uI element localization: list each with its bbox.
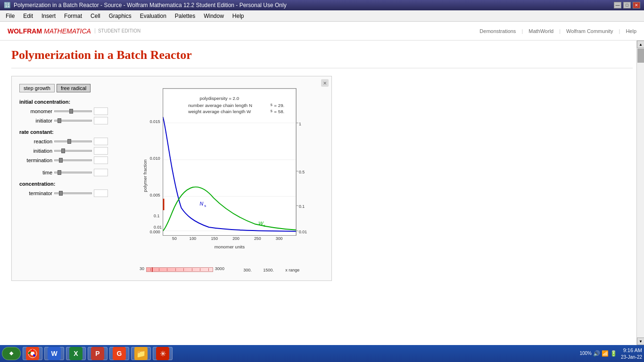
monomer-slider[interactable] (54, 110, 92, 112)
terminator-slider[interactable] (54, 192, 92, 194)
svg-text:s: s (204, 204, 206, 208)
taskbar: ❖ W X P G 📁 (0, 345, 644, 362)
reaction-slider[interactable] (54, 140, 92, 142)
scrollbar[interactable]: ▲ ▼ (636, 41, 644, 345)
scroll-down-button[interactable]: ▼ (637, 337, 644, 345)
chart-area: polydispersity = 2.0 number average chai… (131, 84, 324, 273)
sep2: | (559, 28, 561, 34)
reaction-row: reaction 0.5 (19, 138, 123, 145)
close-button[interactable]: ✕ (633, 2, 640, 8)
initiator-value[interactable]: 0.05 (94, 117, 108, 124)
termination-thumb[interactable] (59, 158, 63, 163)
minimize-button[interactable]: — (614, 2, 621, 8)
termination-slider[interactable] (54, 159, 92, 161)
chrome-button[interactable] (23, 347, 42, 360)
initial-concentration-label: initial concentration: (19, 99, 123, 105)
monomer-value[interactable]: 2.3 (94, 107, 108, 115)
svg-text:150: 150 (211, 236, 218, 241)
svg-text:s: s (271, 108, 273, 113)
titlebar: 🔢 Polymerization in a Batch Reactor - So… (0, 0, 644, 10)
menu-help[interactable]: Help (229, 12, 248, 20)
wm-header: WOLFRAM MATHEMATICA STUDENT EDITION Demo… (0, 22, 644, 41)
time-slider[interactable] (54, 172, 92, 173)
rate-constant-label: rate constant: (19, 129, 123, 135)
svg-text:0.005: 0.005 (150, 193, 160, 197)
reaction-value[interactable]: 0.5 (94, 138, 108, 145)
svg-text:0.000: 0.000 (150, 230, 160, 234)
xrange-tick1: 300. (243, 268, 252, 272)
link-mathworld[interactable]: MathWorld (528, 28, 553, 34)
svg-text:number average chain length N: number average chain length N (188, 103, 252, 108)
terminator-value[interactable]: 0.1 (94, 189, 108, 197)
rate-constant-section: rate constant: reaction 0.5 initiation 0… (19, 129, 123, 164)
scroll-up-button[interactable]: ▲ (637, 41, 644, 48)
menu-graphics[interactable]: Graphics (105, 12, 135, 20)
link-community[interactable]: Wolfram Community (566, 28, 613, 34)
initiation-thumb[interactable] (61, 148, 65, 153)
xrange-tick2: 1500. (263, 268, 274, 272)
initiation-value[interactable]: 0.15 (94, 147, 108, 155)
initial-concentration-section: initial concentration: monomer 2.3 initi… (19, 99, 123, 124)
svg-text:= 29.: = 29. (274, 103, 284, 108)
wolfram-taskbar-button[interactable]: ✳ (153, 347, 173, 360)
word-button[interactable]: W (44, 347, 64, 360)
battery-icon: 🔋 (610, 350, 617, 357)
menu-evaluation[interactable]: Evaluation (136, 12, 170, 20)
menu-edit[interactable]: Edit (19, 12, 37, 20)
time-section: time 1 (19, 169, 123, 176)
monomer-thumb[interactable] (69, 109, 73, 114)
time-thumb[interactable] (58, 170, 61, 175)
word-icon: W (48, 347, 61, 360)
time-value[interactable]: 1 (94, 169, 108, 176)
concentration-label: concentration: (19, 181, 123, 187)
menu-insert[interactable]: Insert (38, 12, 59, 20)
taskbar-right: 100% 🔊 📶 🔋 9:16 AM 23-Jan-22 (579, 347, 642, 360)
initiation-slider[interactable] (54, 150, 92, 152)
start-button[interactable]: ❖ (2, 347, 21, 360)
initiation-row: initiation 0.15 (19, 147, 123, 155)
svg-text:s: s (271, 102, 273, 107)
initiator-label: initiator (19, 118, 52, 123)
titlebar-title: Polymerization in a Batch Reactor - Sour… (14, 2, 287, 8)
menu-file[interactable]: File (2, 12, 18, 20)
scroll-thumb[interactable] (637, 49, 644, 63)
time-row: time 1 (19, 169, 123, 176)
maximize-button[interactable]: □ (623, 2, 631, 8)
chrome-icon (26, 347, 39, 360)
initiator-slider[interactable] (54, 120, 92, 122)
menu-palettes[interactable]: Palettes (171, 12, 199, 20)
page-title: Polymerization in a Batch Reactor (11, 48, 633, 62)
wolfram-label: WOLFRAM (8, 27, 42, 35)
link-demonstrations[interactable]: Demonstrations (479, 28, 516, 34)
powerpoint-button[interactable]: P (88, 347, 107, 360)
xrange-min: 30 (140, 266, 144, 273)
clock[interactable]: 9:16 AM 23-Jan-22 (621, 347, 642, 360)
menu-format[interactable]: Format (60, 12, 86, 20)
excel-icon: X (69, 347, 83, 360)
app-icon-small: 🔢 (4, 2, 11, 8)
menu-cell[interactable]: Cell (87, 12, 104, 20)
menu-window[interactable]: Window (200, 12, 228, 20)
panel-close-button[interactable]: ✕ (321, 79, 329, 87)
svg-text:0.01: 0.01 (154, 225, 162, 230)
reaction-thumb[interactable] (67, 139, 71, 144)
titlebar-controls[interactable]: — □ ✕ (614, 2, 640, 8)
terminator-label: terminator (19, 190, 52, 196)
titlebar-left: 🔢 Polymerization in a Batch Reactor - So… (4, 2, 287, 8)
svg-text:300: 300 (276, 236, 283, 241)
link-help[interactable]: Help (626, 28, 636, 34)
controls-panel: step growth free radical initial concent… (19, 84, 123, 273)
zoom-level: 100% (579, 351, 592, 356)
termination-value[interactable]: 0.1 (94, 156, 108, 164)
termination-row: termination 0.1 (19, 156, 123, 164)
initiator-thumb[interactable] (58, 118, 61, 123)
clock-time: 9:16 AM (621, 347, 642, 354)
excel-button[interactable]: X (66, 347, 86, 360)
grammarly-button[interactable]: G (109, 347, 129, 360)
edition-label: STUDENT EDITION (95, 28, 140, 33)
terminator-thumb[interactable] (59, 191, 63, 196)
svg-text:0.1: 0.1 (154, 214, 159, 218)
free-radical-button[interactable]: free radical (57, 84, 91, 92)
step-growth-button[interactable]: step growth (19, 84, 55, 92)
files-button[interactable]: 📁 (131, 347, 151, 360)
